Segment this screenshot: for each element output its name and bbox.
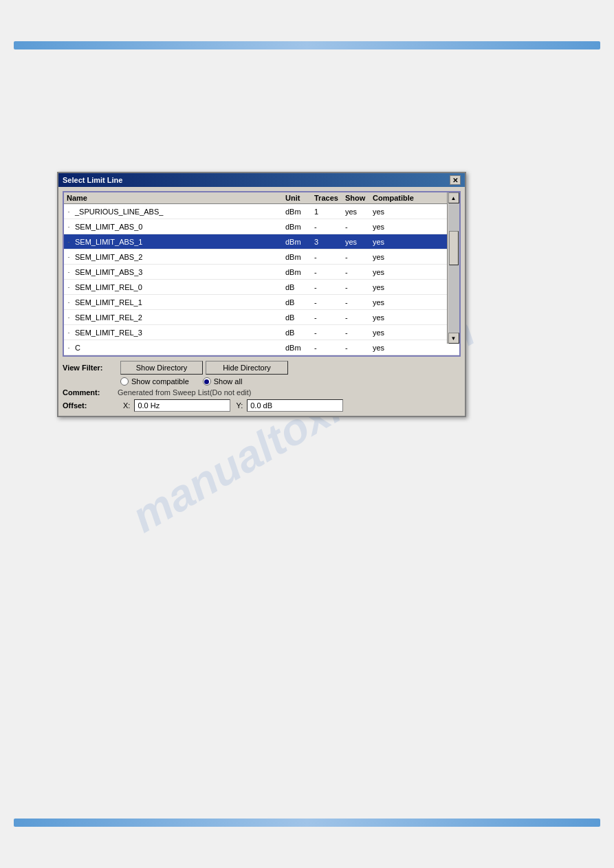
comment-label: Comment:: [63, 388, 118, 397]
row-indicator-5: -: [64, 284, 74, 291]
row-unit-8: dB: [284, 329, 313, 337]
header-compatible: Compatible: [371, 192, 419, 203]
row-show-7: -: [344, 313, 371, 322]
row-show-9: -: [344, 344, 371, 352]
show-compatible-radio[interactable]: Show compatible: [120, 377, 189, 386]
comment-row: Comment: Generated from Sweep List(Do no…: [63, 388, 461, 397]
dialog-close-button[interactable]: ✕: [450, 175, 461, 185]
row-compatible-7: yes: [371, 313, 419, 322]
show-all-label: Show all: [214, 377, 243, 386]
row-indicator-1: -: [64, 223, 74, 230]
table-row[interactable]: - SEM_LIMIT_ABS_1 dBm 3 yes yes: [64, 234, 459, 249]
show-compatible-radio-circle[interactable]: [120, 377, 129, 386]
row-indicator-6: -: [64, 299, 74, 306]
show-compatible-label: Show compatible: [131, 377, 189, 386]
row-indicator-9: -: [64, 344, 74, 351]
row-traces-9: -: [313, 344, 344, 352]
header-name: Name: [64, 192, 284, 203]
view-filter-row: View Filter: Show Directory Hide Directo…: [63, 361, 461, 375]
bottom-decorative-bar: [14, 819, 600, 827]
row-show-3: -: [344, 253, 371, 261]
row-name-3: SEM_LIMIT_ABS_2: [74, 253, 284, 261]
show-all-radio-circle[interactable]: [203, 377, 211, 386]
row-compatible-9: yes: [371, 344, 419, 352]
offset-y-label: Y:: [236, 401, 243, 410]
comment-value: Generated from Sweep List(Do not edit): [118, 388, 251, 397]
table-row[interactable]: - SEM_LIMIT_REL_3 dB - - yes: [64, 325, 459, 340]
row-traces-6: -: [313, 298, 344, 307]
scroll-up-arrow[interactable]: ▲: [448, 192, 459, 203]
show-all-radio[interactable]: Show all: [203, 377, 243, 386]
row-unit-1: dBm: [284, 223, 313, 231]
row-indicator-8: -: [64, 329, 74, 336]
row-unit-3: dBm: [284, 253, 313, 261]
header-show: Show: [344, 192, 371, 203]
row-compatible-4: yes: [371, 268, 419, 276]
row-indicator-7: -: [64, 314, 74, 321]
dialog-title: Select Limit Line: [63, 176, 122, 184]
row-traces-7: -: [313, 313, 344, 322]
row-unit-7: dB: [284, 313, 313, 322]
table-row[interactable]: - C dBm - - yes: [64, 340, 459, 355]
table-row[interactable]: - SEM_LIMIT_ABS_3 dBm - - yes: [64, 265, 459, 280]
view-filter-label: View Filter:: [63, 364, 118, 372]
row-unit-0: dBm: [284, 208, 313, 216]
row-show-2: yes: [344, 238, 371, 246]
table-row[interactable]: - SEM_LIMIT_REL_2 dB - - yes: [64, 310, 459, 325]
row-compatible-6: yes: [371, 298, 419, 307]
table-row[interactable]: - SEM_LIMIT_ABS_2 dBm - - yes: [64, 249, 459, 265]
offset-label: Offset:: [63, 401, 118, 410]
row-show-8: -: [344, 329, 371, 337]
row-compatible-8: yes: [371, 329, 419, 337]
row-unit-2: dBm: [284, 238, 313, 246]
row-show-0: yes: [344, 208, 371, 216]
row-name-7: SEM_LIMIT_REL_2: [74, 313, 284, 322]
row-show-5: -: [344, 283, 371, 291]
hide-directory-button[interactable]: Hide Directory: [206, 361, 288, 375]
row-show-1: -: [344, 223, 371, 231]
scroll-down-arrow[interactable]: ▼: [448, 333, 459, 344]
row-show-6: -: [344, 298, 371, 307]
row-indicator-4: -: [64, 269, 74, 276]
row-name-5: SEM_LIMIT_REL_0: [74, 283, 284, 291]
row-traces-0: 1: [313, 208, 344, 216]
row-name-0: _SPURIOUS_LINE_ABS_: [74, 208, 284, 216]
row-compatible-3: yes: [371, 253, 419, 261]
row-name-8: SEM_LIMIT_REL_3: [74, 329, 284, 337]
offset-x-input[interactable]: [134, 399, 230, 412]
row-indicator-0: -: [64, 208, 74, 215]
header-traces: Traces: [313, 192, 344, 203]
table-body: - _SPURIOUS_LINE_ABS_ dBm 1 yes yes - SE…: [64, 204, 459, 355]
row-traces-2: 3: [313, 238, 344, 246]
table-scrollbar[interactable]: ▲ ▼: [447, 192, 459, 344]
header-unit: Unit: [284, 192, 313, 203]
top-decorative-bar: [14, 41, 600, 49]
table-row[interactable]: - SEM_LIMIT_REL_0 dB - - yes: [64, 280, 459, 295]
row-name-4: SEM_LIMIT_ABS_3: [74, 268, 284, 276]
row-compatible-5: yes: [371, 283, 419, 291]
table-row[interactable]: - SEM_LIMIT_REL_1 dB - - yes: [64, 295, 459, 310]
row-traces-4: -: [313, 268, 344, 276]
row-traces-3: -: [313, 253, 344, 261]
offset-x-label: X:: [123, 401, 130, 410]
row-show-4: -: [344, 268, 371, 276]
row-traces-8: -: [313, 329, 344, 337]
table-row[interactable]: - _SPURIOUS_LINE_ABS_ dBm 1 yes yes: [64, 204, 459, 219]
radio-row: Show compatible Show all: [120, 377, 461, 386]
row-name-6: SEM_LIMIT_REL_1: [74, 298, 284, 307]
row-indicator-2: -: [64, 238, 74, 245]
scroll-thumb[interactable]: [449, 231, 459, 265]
row-name-9: C: [74, 344, 284, 352]
select-limit-line-dialog: Select Limit Line ✕ Name Unit Traces Sho…: [57, 172, 466, 417]
row-compatible-2: yes: [371, 238, 419, 246]
dialog-title-bar: Select Limit Line ✕: [58, 173, 465, 187]
row-traces-5: -: [313, 283, 344, 291]
show-directory-button[interactable]: Show Directory: [120, 361, 203, 375]
limit-line-table: Name Unit Traces Show Compatible - _SPUR…: [63, 191, 461, 357]
row-unit-4: dBm: [284, 268, 313, 276]
table-row[interactable]: - SEM_LIMIT_ABS_0 dBm - - yes: [64, 219, 459, 234]
row-compatible-1: yes: [371, 223, 419, 231]
row-unit-9: dBm: [284, 344, 313, 352]
table-header: Name Unit Traces Show Compatible: [64, 192, 459, 204]
offset-y-input[interactable]: [247, 399, 343, 412]
